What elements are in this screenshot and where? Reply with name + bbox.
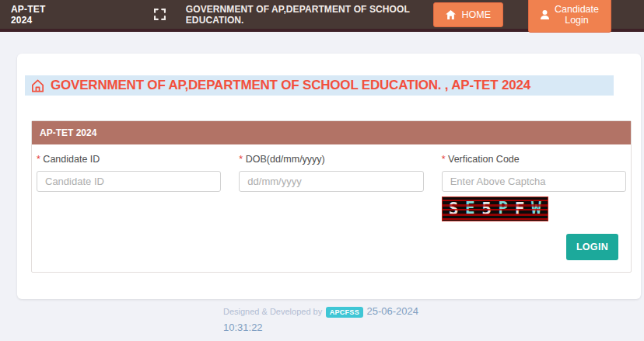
candidate-login-button[interactable]: Candidate Login (528, 0, 611, 33)
login-card: GOVERNMENT OF AP,DEPARTMENT OF SCHOOL ED… (17, 54, 641, 299)
dob-label: * DOB(dd/mm/yyyy) (239, 154, 423, 165)
verification-code-label-text: Verfication Code (448, 154, 520, 165)
dob-field-group: * DOB(dd/mm/yyyy) (239, 154, 423, 221)
captcha-char: E (465, 197, 475, 221)
candidate-id-label: * Candidate ID (37, 154, 221, 165)
login-button[interactable]: LOGIN (566, 234, 618, 260)
candidate-login-button-label: Candidate Login (555, 4, 599, 26)
footer-credit-text: Designed & Developed by (223, 307, 322, 316)
footer-time: 10:31:22 (223, 321, 421, 334)
candidate-id-input[interactable] (37, 171, 221, 192)
captcha-image: S E 5 P F W (442, 197, 548, 221)
verification-code-field-group: * Verfication Code S E 5 P F W (442, 154, 626, 221)
person-icon (541, 10, 549, 19)
navbar-title: GOVERNMENT OF AP,DEPARTMENT OF SCHOOL ED… (186, 4, 434, 26)
home-button-label: HOME (461, 9, 491, 20)
dob-label-text: DOB(dd/mm/yyyy) (246, 154, 325, 165)
captcha-char: 5 (481, 197, 492, 221)
required-asterisk: * (37, 154, 40, 165)
captcha-char: F (515, 197, 525, 221)
page-heading: GOVERNMENT OF AP,DEPARTMENT OF SCHOOL ED… (25, 75, 614, 96)
footer-date: 25-06-2024 (366, 305, 418, 317)
captcha-char: P (498, 197, 508, 221)
required-asterisk: * (442, 154, 446, 165)
verification-code-label: * Verfication Code (442, 154, 626, 165)
page-heading-text: GOVERNMENT OF AP,DEPARTMENT OF SCHOOL ED… (51, 78, 530, 93)
top-navbar: AP-TET 2024 GOVERNMENT OF AP,DEPARTMENT … (0, 0, 644, 32)
panel-body: * Candidate ID * DOB(dd/mm/yyyy) * Verfi… (32, 144, 631, 272)
brand-title: AP-TET 2024 (0, 4, 62, 26)
login-row: LOGIN (37, 234, 626, 260)
form-row: * Candidate ID * DOB(dd/mm/yyyy) * Verfi… (37, 154, 626, 221)
footer-credit-block: Designed & Developed by APCFSS 25-06-202… (223, 304, 421, 334)
candidate-id-field-group: * Candidate ID (37, 154, 221, 221)
home-outline-icon (30, 78, 45, 93)
verification-code-input[interactable] (442, 171, 626, 192)
footer: Designed & Developed by APCFSS 25-06-202… (0, 304, 644, 334)
captcha-char: W (531, 197, 541, 221)
fullscreen-icon[interactable] (154, 9, 166, 20)
home-icon (446, 10, 456, 19)
candidate-id-label-text: Candidate ID (43, 154, 100, 165)
required-asterisk: * (239, 154, 243, 165)
dob-input[interactable] (239, 171, 423, 192)
navbar-buttons: HOME Candidate Login (433, 0, 611, 33)
apcfss-badge: APCFSS (326, 307, 363, 318)
captcha-char: S (449, 197, 459, 221)
panel-title: AP-TET 2024 (32, 121, 631, 144)
login-panel: AP-TET 2024 * Candidate ID * DOB(dd/mm/y… (31, 120, 632, 273)
home-button[interactable]: HOME (433, 2, 503, 27)
